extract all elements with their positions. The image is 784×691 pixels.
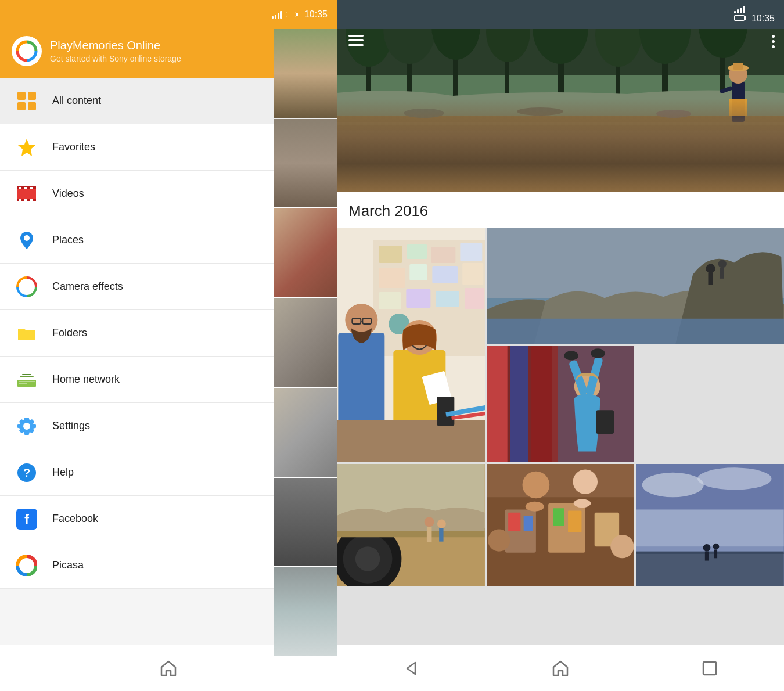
photo-meeting[interactable] [487,464,635,586]
svg-point-62 [656,110,691,118]
folders-label: Folders [52,327,87,339]
svg-point-98 [706,264,715,273]
svg-rect-17 [24,199,27,201]
svg-rect-71 [379,246,402,263]
svg-marker-9 [18,139,35,156]
photo-office[interactable] [337,228,485,462]
settings-label: Settings [52,420,90,432]
sidebar-item-home-network[interactable]: Home network [0,357,337,403]
sidebar-item-help[interactable]: ? Help [0,449,337,496]
svg-rect-77 [432,266,458,283]
svg-rect-36 [735,16,744,20]
svg-point-144 [697,467,771,490]
svg-rect-22 [18,330,35,340]
app-name: PlayMemories Online [50,39,181,52]
folder-icon [14,321,39,346]
svg-point-134 [522,472,549,499]
svg-text:?: ? [23,466,30,479]
svg-rect-18 [30,199,33,201]
home-network-icon [14,367,39,393]
photo-desert-car[interactable] [337,464,485,586]
sidebar-item-favorites[interactable]: Favorites [0,124,337,171]
svg-rect-5 [17,92,26,100]
svg-rect-80 [406,289,430,308]
sidebar-item-videos[interactable]: Videos [0,171,337,217]
svg-point-61 [517,107,563,116]
svg-point-60 [404,109,444,118]
svg-rect-131 [523,516,533,531]
bottom-nav-bar [337,645,784,691]
sidebar-item-all-content[interactable]: All content [0,78,337,124]
sidebar-item-places[interactable]: Places [0,217,337,264]
svg-point-149 [713,544,720,550]
svg-rect-72 [407,244,427,259]
svg-rect-81 [436,291,459,307]
svg-rect-101 [720,268,724,279]
sidebar-item-settings[interactable]: Settings [0,403,337,449]
svg-marker-151 [407,663,415,674]
svg-point-121 [425,517,434,527]
home-network-label: Home network [52,373,120,386]
right-signal-icon [734,5,775,13]
menu-button[interactable] [348,35,364,46]
svg-rect-8 [28,102,36,110]
more-options-button[interactable] [772,35,775,48]
picasa-label: Picasa [52,559,84,571]
svg-rect-107 [510,346,528,462]
svg-rect-124 [439,528,443,541]
svg-rect-133 [568,511,581,532]
status-icons: 10:35 [272,9,328,20]
sidebar-item-camera-effects[interactable]: Camera effects [0,264,337,310]
svg-point-112 [564,351,578,360]
svg-rect-14 [24,187,27,189]
left-bottom-bar [0,645,337,691]
sidebar-item-facebook[interactable]: f Facebook [0,496,337,542]
svg-point-119 [355,546,380,571]
right-time-display: 10:35 [751,13,775,23]
svg-point-139 [573,499,591,508]
svg-rect-6 [28,92,36,100]
right-status-icons: 10:35 [734,5,775,24]
svg-point-19 [24,235,30,241]
home-button-right[interactable] [543,651,578,686]
picasa-icon [14,553,39,578]
svg-rect-15 [30,187,33,189]
svg-point-113 [591,348,605,358]
places-label: Places [52,234,84,246]
recents-button[interactable] [692,651,727,686]
svg-rect-25 [19,383,27,384]
svg-rect-146 [636,552,784,554]
svg-rect-145 [636,553,784,586]
facebook-label: Facebook [52,513,98,525]
svg-rect-122 [427,527,431,542]
svg-point-143 [642,473,704,497]
svg-point-147 [703,544,711,552]
svg-rect-13 [19,187,21,189]
camera-effects-label: Camera effects [52,280,123,293]
svg-point-135 [573,469,597,494]
sidebar-item-folders[interactable]: Folders [0,310,337,357]
svg-rect-130 [508,513,520,531]
right-battery-icon [734,15,747,21]
photo-landscape-silhouette[interactable] [636,464,784,586]
svg-rect-63 [732,81,745,122]
svg-rect-132 [553,508,564,526]
home-button[interactable] [158,658,179,679]
app-subtitle: Get started with Sony online storage [50,54,181,63]
svg-rect-142 [636,509,784,546]
photo-person-colorful[interactable] [487,346,635,462]
photo-rocks[interactable] [487,228,784,344]
svg-rect-148 [705,552,709,561]
sidebar-item-picasa[interactable]: Picasa [0,542,337,589]
svg-point-123 [437,519,446,528]
svg-point-21 [24,284,30,290]
svg-rect-92 [337,420,485,462]
back-button[interactable] [394,651,429,686]
svg-rect-55 [337,116,784,192]
svg-rect-82 [465,288,484,309]
all-content-label: All content [52,95,101,107]
film-icon [14,181,39,207]
app-header: PlayMemories Online Get started with Son… [0,29,337,78]
svg-rect-79 [379,292,401,309]
camera-effects-icon [14,274,39,300]
